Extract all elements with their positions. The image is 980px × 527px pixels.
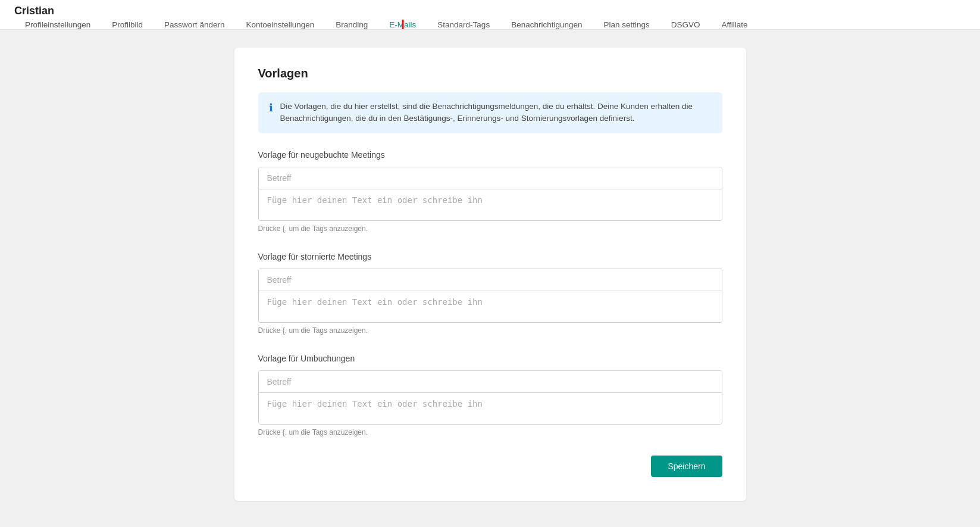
section-umbuchungen: Vorlage für UmbuchungenDrücke {, um die … — [258, 354, 722, 436]
main-card: Vorlagen ℹ Die Vorlagen, die du hier ers… — [234, 48, 746, 501]
nav-tab-standard-tags[interactable]: Standard-Tags — [427, 20, 500, 29]
arrow-down-icon — [396, 20, 409, 29]
footer-actions: Speichern — [258, 456, 722, 477]
save-button[interactable]: Speichern — [651, 456, 722, 477]
hint-stornierte: Drücke {, um die Tags anzuzeigen. — [258, 326, 722, 335]
nav-tab-dsgvo[interactable]: DSGVO — [660, 20, 711, 29]
section-label-stornierte: Vorlage für stornierte Meetings — [258, 252, 722, 261]
sections-container: Vorlage für neugebuchte MeetingsDrücke {… — [258, 150, 722, 436]
nav-tab-profileinstellungen[interactable]: Profileinstellungen — [14, 20, 101, 29]
subject-input-stornierte[interactable] — [259, 269, 722, 291]
info-banner-text: Die Vorlagen, die du hier erstellst, sin… — [280, 101, 712, 125]
body-textarea-umbuchungen[interactable] — [259, 393, 722, 424]
hint-umbuchungen: Drücke {, um die Tags anzuzeigen. — [258, 428, 722, 436]
input-group-stornierte — [258, 269, 722, 323]
active-tab-arrow — [396, 20, 409, 29]
subject-input-neugebuchte[interactable] — [259, 167, 722, 189]
info-banner: ℹ Die Vorlagen, die du hier erstellst, s… — [258, 92, 722, 133]
nav-tab-passwort[interactable]: Passwort ändern — [154, 20, 235, 29]
nav-tab-branding[interactable]: Branding — [325, 20, 378, 29]
nav-tab-kontoeinstellungen[interactable]: Kontoeinstellungen — [235, 20, 325, 29]
section-stornierte: Vorlage für stornierte MeetingsDrücke {,… — [258, 252, 722, 335]
main-nav: ProfileinstellungenProfilbildPasswort än… — [14, 20, 966, 29]
body-textarea-neugebuchte[interactable] — [259, 189, 722, 220]
page-content: Vorlagen ℹ Die Vorlagen, die du hier ers… — [223, 48, 758, 501]
section-neugebuchte: Vorlage für neugebuchte MeetingsDrücke {… — [258, 150, 722, 233]
hint-neugebuchte: Drücke {, um die Tags anzuzeigen. — [258, 224, 722, 233]
page-title: Vorlagen — [258, 67, 722, 80]
section-label-neugebuchte: Vorlage für neugebuchte Meetings — [258, 150, 722, 160]
nav-tab-benachrichtigungen[interactable]: Benachrichtigungen — [500, 20, 593, 29]
nav-tab-profilbild[interactable]: Profilbild — [101, 20, 154, 29]
user-name: Cristian — [14, 0, 966, 20]
nav-tab-plan-settings[interactable]: Plan settings — [593, 20, 660, 29]
input-group-neugebuchte — [258, 167, 722, 221]
input-group-umbuchungen — [258, 370, 722, 425]
body-textarea-stornierte[interactable] — [259, 291, 722, 322]
top-bar: Cristian ProfileinstellungenProfilbildPa… — [0, 0, 980, 30]
section-label-umbuchungen: Vorlage für Umbuchungen — [258, 354, 722, 363]
info-icon: ℹ — [269, 101, 273, 114]
nav-tab-affiliate[interactable]: Affiliate — [711, 20, 759, 29]
subject-input-umbuchungen[interactable] — [259, 371, 722, 393]
